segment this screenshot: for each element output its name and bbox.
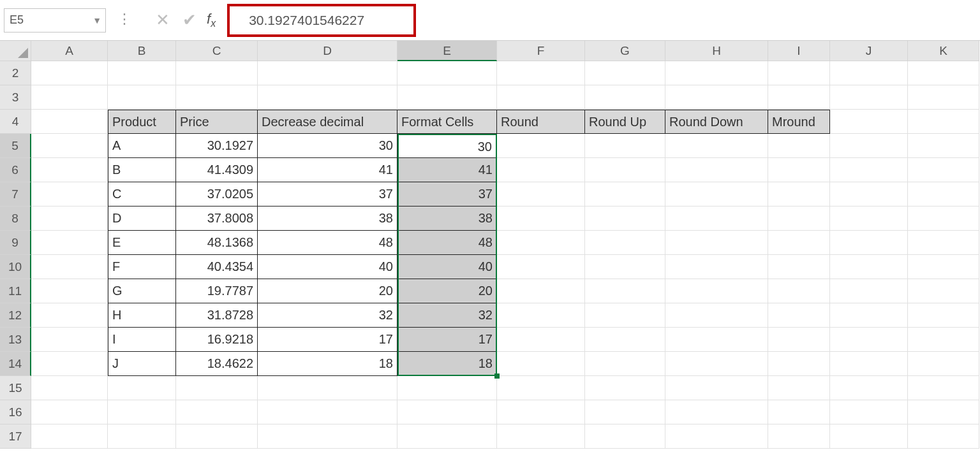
cell-price[interactable]: 16.9218: [176, 328, 258, 352]
row-header[interactable]: 9: [0, 231, 31, 255]
col-header-C[interactable]: C: [176, 41, 258, 61]
cell[interactable]: [908, 424, 979, 449]
cell[interactable]: [768, 279, 830, 303]
row-header[interactable]: 15: [0, 376, 31, 400]
cell[interactable]: [176, 424, 258, 449]
cell-price[interactable]: 37.0205: [176, 182, 258, 207]
cell[interactable]: [908, 134, 979, 158]
cell[interactable]: [497, 376, 585, 400]
cell[interactable]: [768, 400, 830, 424]
cell-format[interactable]: 40: [397, 255, 497, 279]
cell-product[interactable]: G: [108, 279, 176, 303]
col-header-A[interactable]: A: [31, 41, 108, 61]
cell[interactable]: [585, 279, 665, 303]
cell[interactable]: [908, 207, 979, 231]
row-header[interactable]: 14: [0, 352, 31, 376]
cell[interactable]: [31, 255, 108, 279]
row-header[interactable]: 8: [0, 207, 31, 231]
cell-product[interactable]: H: [108, 303, 176, 328]
cell-product[interactable]: F: [108, 255, 176, 279]
cell-decrease[interactable]: 17: [258, 328, 397, 352]
cell[interactable]: [585, 400, 665, 424]
cell-price[interactable]: 41.4309: [176, 158, 258, 182]
cell-format[interactable]: 32: [397, 303, 497, 328]
cell[interactable]: [585, 231, 665, 255]
cell[interactable]: [176, 400, 258, 424]
row-header[interactable]: 12: [0, 303, 31, 328]
cell-product[interactable]: E: [108, 231, 176, 255]
cell[interactable]: [768, 85, 830, 110]
row-header[interactable]: 2: [0, 61, 31, 85]
cell-decrease[interactable]: 20: [258, 279, 397, 303]
cell[interactable]: [665, 182, 768, 207]
row-header[interactable]: 3: [0, 85, 31, 110]
cell-decrease[interactable]: 30: [258, 134, 397, 158]
cell[interactable]: [397, 376, 497, 400]
cell[interactable]: [830, 303, 908, 328]
cell[interactable]: [665, 400, 768, 424]
cell[interactable]: [768, 303, 830, 328]
cell[interactable]: [497, 279, 585, 303]
cell[interactable]: [108, 376, 176, 400]
cell[interactable]: [497, 424, 585, 449]
cell[interactable]: [585, 303, 665, 328]
row-header[interactable]: 11: [0, 279, 31, 303]
cell[interactable]: [665, 328, 768, 352]
cell[interactable]: [497, 207, 585, 231]
cell[interactable]: [768, 328, 830, 352]
row-header[interactable]: 13: [0, 328, 31, 352]
cell[interactable]: [908, 303, 979, 328]
cell-decrease[interactable]: 48: [258, 231, 397, 255]
col-header-H[interactable]: H: [665, 41, 768, 61]
cell[interactable]: [665, 279, 768, 303]
cell[interactable]: [585, 376, 665, 400]
cell[interactable]: [585, 207, 665, 231]
cell[interactable]: [665, 424, 768, 449]
cell-price[interactable]: 30.1927: [176, 134, 258, 158]
cell[interactable]: [768, 255, 830, 279]
cell[interactable]: [31, 207, 108, 231]
cell[interactable]: [397, 400, 497, 424]
cell[interactable]: [768, 352, 830, 376]
cell[interactable]: [31, 231, 108, 255]
cell[interactable]: [585, 158, 665, 182]
cell[interactable]: [497, 400, 585, 424]
row-header[interactable]: 5: [0, 134, 31, 158]
cell[interactable]: [397, 424, 497, 449]
cell[interactable]: [830, 182, 908, 207]
cell-format[interactable]: 20: [397, 279, 497, 303]
cell[interactable]: [31, 303, 108, 328]
cell[interactable]: [665, 255, 768, 279]
cell[interactable]: [258, 424, 397, 449]
cell[interactable]: [768, 376, 830, 400]
cell[interactable]: [31, 279, 108, 303]
cell[interactable]: [830, 424, 908, 449]
cell[interactable]: [665, 303, 768, 328]
fx-icon[interactable]: fx: [207, 11, 216, 29]
col-header-K[interactable]: K: [908, 41, 979, 61]
cell[interactable]: [31, 134, 108, 158]
cell[interactable]: [31, 182, 108, 207]
cell[interactable]: [908, 85, 979, 110]
col-header-B[interactable]: B: [108, 41, 176, 61]
cell[interactable]: [31, 158, 108, 182]
cell-product[interactable]: D: [108, 207, 176, 231]
cell[interactable]: [585, 61, 665, 85]
header-round-down[interactable]: Round Down: [665, 110, 768, 134]
cell[interactable]: [31, 85, 108, 110]
cell[interactable]: [665, 158, 768, 182]
cell[interactable]: [830, 110, 908, 134]
cell[interactable]: [830, 231, 908, 255]
cell[interactable]: [830, 279, 908, 303]
cell[interactable]: [31, 424, 108, 449]
cell-price[interactable]: 19.7787: [176, 279, 258, 303]
cell[interactable]: [497, 328, 585, 352]
cell[interactable]: [908, 158, 979, 182]
cell-decrease[interactable]: 38: [258, 207, 397, 231]
cell[interactable]: [108, 400, 176, 424]
header-round[interactable]: Round: [497, 110, 585, 134]
row-header[interactable]: 7: [0, 182, 31, 207]
cell-product[interactable]: C: [108, 182, 176, 207]
cell[interactable]: [108, 85, 176, 110]
cell[interactable]: [258, 85, 397, 110]
